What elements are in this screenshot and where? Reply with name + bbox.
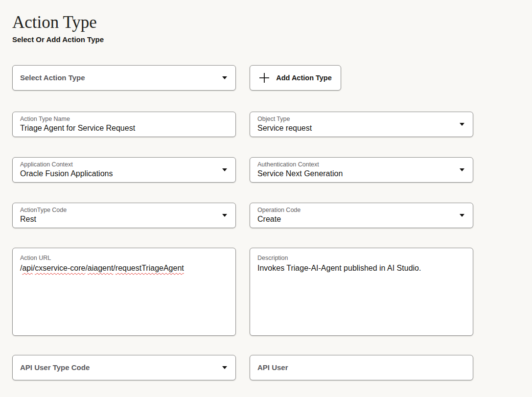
chevron-down-icon (460, 123, 464, 126)
page-title: Action Type (12, 14, 532, 32)
operation-code-label: Operation Code (257, 206, 452, 214)
plus-icon (259, 72, 270, 83)
action-type-name-label: Action Type Name (20, 115, 215, 123)
select-action-type-placeholder: Select Action Type (20, 73, 215, 82)
form-row-2: Application Context Oracle Fusion Applic… (12, 157, 532, 183)
object-type-dropdown[interactable]: Object Type Service request (250, 112, 473, 137)
application-context-value: Oracle Fusion Applications (20, 169, 215, 179)
page-subtitle: Select Or Add Action Type (12, 35, 532, 44)
select-action-type-dropdown[interactable]: Select Action Type (12, 65, 236, 91)
description-value: Invokes Triage-AI-Agent published in AI … (257, 263, 465, 274)
form-row-4: Action URL /api/cxservice-core/aiagent/r… (12, 248, 532, 336)
add-action-type-label: Add Action Type (276, 74, 332, 82)
action-type-code-dropdown[interactable]: ActionType Code Rest (12, 203, 236, 228)
authentication-context-dropdown[interactable]: Authentication Context Service Next Gene… (250, 157, 473, 183)
authentication-context-label: Authentication Context (257, 161, 452, 168)
application-context-label: Application Context (20, 161, 215, 168)
operation-code-dropdown[interactable]: Operation Code Create (250, 203, 473, 228)
form-row-3: ActionType Code Rest Operation Code Crea… (12, 203, 532, 228)
object-type-value: Service request (257, 123, 452, 134)
form-row-1: Action Type Name Triage Agent for Servic… (12, 112, 532, 137)
action-type-page: Action Type Select Or Add Action Type Se… (0, 0, 532, 397)
description-field[interactable]: Description Invokes Triage-AI-Agent publ… (250, 248, 473, 336)
chevron-down-icon (460, 168, 464, 171)
object-type-label: Object Type (257, 115, 452, 123)
form-row-5: API User Type Code API User (12, 355, 532, 380)
authentication-context-value: Service Next Generation (257, 169, 452, 179)
action-url-field[interactable]: Action URL /api/cxservice-core/aiagent/r… (12, 248, 236, 336)
action-type-code-label: ActionType Code (20, 206, 215, 214)
chevron-down-icon (222, 76, 227, 79)
action-type-name-field[interactable]: Action Type Name Triage Agent for Servic… (12, 112, 236, 137)
api-user-type-code-placeholder: API User Type Code (20, 363, 215, 372)
action-type-code-value: Rest (20, 214, 215, 225)
action-type-name-value: Triage Agent for Service Request (20, 123, 215, 134)
chevron-down-icon (222, 168, 227, 171)
action-url-label: Action URL (20, 255, 51, 261)
action-url-value: /api/cxservice-core/aiagent/requestTriag… (20, 263, 228, 274)
api-user-type-code-dropdown[interactable]: API User Type Code (12, 355, 236, 380)
description-label: Description (257, 255, 288, 261)
add-action-type-button[interactable]: Add Action Type (250, 65, 341, 91)
operation-code-value: Create (257, 214, 452, 225)
chevron-down-icon (222, 366, 227, 369)
api-user-placeholder: API User (257, 363, 452, 372)
selector-row: Select Action Type Add Action Type (12, 65, 532, 91)
chevron-down-icon (222, 214, 227, 217)
chevron-down-icon (460, 214, 464, 217)
application-context-dropdown[interactable]: Application Context Oracle Fusion Applic… (12, 157, 236, 183)
api-user-field[interactable]: API User (250, 355, 473, 380)
